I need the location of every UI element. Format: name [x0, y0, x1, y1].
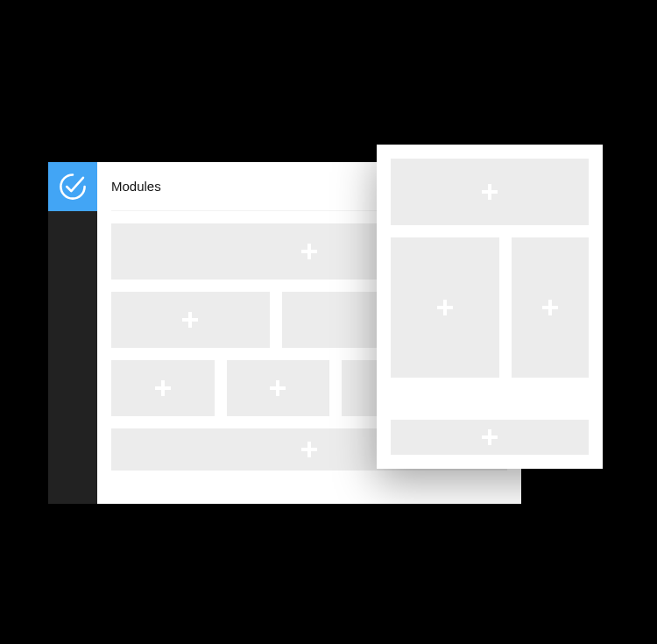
plus-icon: [270, 380, 286, 396]
plus-icon: [301, 442, 317, 457]
plus-icon: [437, 300, 453, 315]
plus-icon: [182, 312, 198, 328]
overlay-panel: [377, 145, 603, 469]
module-slot[interactable]: [512, 237, 589, 378]
sidebar: [48, 162, 97, 504]
module-slot[interactable]: [391, 237, 499, 378]
plus-icon: [542, 300, 558, 315]
module-slot[interactable]: [391, 420, 589, 455]
plus-icon: [482, 429, 498, 445]
plus-icon: [155, 380, 171, 396]
page-title: Modules: [111, 179, 161, 194]
plus-icon: [301, 244, 317, 259]
module-slot[interactable]: [111, 292, 270, 348]
check-circle-icon: [58, 172, 88, 202]
plus-icon: [482, 184, 498, 200]
app-logo[interactable]: [48, 162, 97, 211]
module-slot[interactable]: [391, 159, 589, 225]
module-slot[interactable]: [227, 360, 330, 416]
module-slot[interactable]: [111, 360, 215, 416]
